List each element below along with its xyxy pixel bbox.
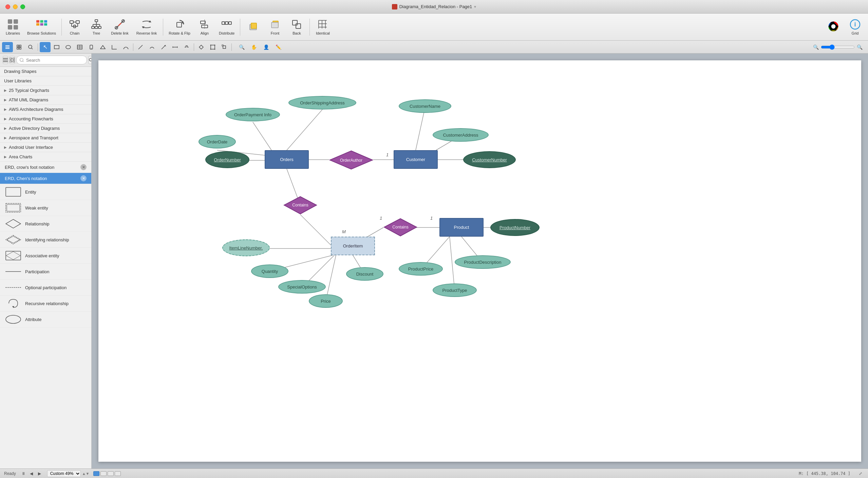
maximize-button[interactable] [20, 4, 25, 9]
canvas[interactable]: M 1 1 M 1 1 Orders Customer [98, 60, 861, 462]
color-button[interactable] [823, 15, 844, 39]
sidebar-list-view[interactable] [3, 56, 8, 64]
shape-tool-2[interactable] [109, 42, 120, 52]
attr-productnumber[interactable]: ProductNumber [490, 219, 540, 236]
sidebar-item-aerospace[interactable]: ▶ Aerospace and Transport [0, 133, 91, 143]
entity-product[interactable]: Product [439, 218, 484, 237]
library-erd-crows[interactable]: ERD, crow's foot notation ✕ [0, 162, 91, 173]
attr-ordershipping[interactable]: OrderShippingAddress [288, 96, 356, 109]
rotate-flip-button[interactable]: Rotate & Flip [166, 15, 193, 39]
attr-quantity[interactable]: Quantity [251, 264, 288, 278]
tree-button[interactable]: Tree [86, 15, 107, 39]
attr-customername[interactable]: CustomerName [399, 99, 451, 113]
ellipse-tool[interactable] [63, 42, 74, 52]
attr-orderpayment[interactable]: OrderPayment Info [226, 108, 280, 121]
attr-ordernumber[interactable]: OrderNumber [205, 151, 249, 168]
relationship-contains-1[interactable]: Contains [283, 196, 317, 215]
page-pause-button[interactable]: ⏸ [20, 470, 27, 477]
page-icon-4[interactable] [115, 471, 121, 476]
page-icon-1[interactable] [93, 471, 99, 476]
shape-attribute[interactable]: Attribute [0, 312, 91, 327]
attr-productdesc[interactable]: ProductDescription [455, 255, 511, 269]
attr-productprice[interactable]: ProductPrice [399, 262, 443, 276]
entity-orderitem[interactable]: OrderItem [331, 237, 375, 255]
canvas-area[interactable]: M 1 1 M 1 1 Orders Customer [92, 54, 868, 469]
relationship-contains-2[interactable]: Contains [383, 218, 417, 237]
zoom-slider[interactable] [821, 44, 855, 50]
attr-price[interactable]: Price [309, 294, 343, 308]
browse-solutions-button[interactable]: Browse Solutions [24, 15, 59, 39]
zoom-stepper[interactable]: ▲▼ [82, 472, 90, 476]
page-next-button[interactable]: ▶ [36, 470, 43, 477]
inspectors-button[interactable]: i Grid [845, 15, 865, 39]
page-prev-button[interactable]: ◀ [28, 470, 35, 477]
sidebar-item-drawing-shapes[interactable]: Drawing Shapes [0, 67, 91, 76]
minimize-button[interactable] [13, 4, 18, 9]
sidebar-item-area-charts[interactable]: ▶ Area Charts [0, 152, 91, 162]
line-tool-1[interactable] [135, 42, 146, 52]
library-close-active-button[interactable]: ✕ [80, 175, 87, 181]
shape-tool-3[interactable] [120, 42, 131, 52]
rect-tool[interactable] [51, 42, 62, 52]
delete-link-button[interactable]: Delete link [108, 15, 132, 39]
relationship-orderauthor[interactable]: OrderAuthor [329, 150, 373, 170]
zoom-select[interactable]: Custom 49% 25% 50% 75% 100% [47, 470, 81, 477]
search-input[interactable] [16, 56, 87, 64]
zoom-out-button[interactable]: 🔍 [236, 42, 247, 52]
line-tool-5[interactable] [181, 42, 192, 52]
resize-tool-1[interactable] [207, 42, 218, 52]
sidebar-item-25-typical[interactable]: ▶ 25 Typical Orgcharts [0, 86, 91, 95]
line-tool-2[interactable] [147, 42, 157, 52]
shape-entity[interactable]: Entity [0, 184, 91, 200]
shape-recursive-rel[interactable]: Recursive relationship [0, 296, 91, 312]
reverse-link-button[interactable]: Reverse link [133, 15, 160, 39]
line-tool-4[interactable] [170, 42, 181, 52]
shape-optional-participation[interactable]: Optional participation [0, 280, 91, 296]
attr-orderdate[interactable]: OrderDate [199, 135, 236, 148]
view-list-button[interactable] [2, 42, 13, 52]
sidebar-item-active-directory[interactable]: ▶ Active Directory Diagrams [0, 124, 91, 133]
back-button[interactable]: Front [265, 15, 285, 39]
shape-associative[interactable]: Associative entity [0, 248, 91, 264]
library-erd-chens[interactable]: ERD, Chen's notation ✕ [0, 173, 91, 184]
shape-weak-entity[interactable]: Weak entity [0, 200, 91, 216]
page-icon-3[interactable] [108, 471, 114, 476]
resize-tool-2[interactable] [219, 42, 230, 52]
align-button[interactable]: Align [194, 15, 215, 39]
grid-button[interactable]: Identical [313, 15, 333, 39]
pan-tool[interactable]: ✋ [248, 42, 259, 52]
zoom-out-icon[interactable]: 🔍 [813, 44, 819, 50]
search-button[interactable] [25, 42, 36, 52]
entity-orders[interactable]: Orders [265, 150, 309, 169]
view-grid-button[interactable] [14, 42, 24, 52]
line-tool-3[interactable] [158, 42, 169, 52]
distribute-button[interactable]: Distribute [216, 15, 237, 39]
pencil-tool[interactable]: ✏️ [273, 42, 284, 52]
select-tool[interactable]: ↖ [40, 42, 51, 52]
sidebar-item-accounting[interactable]: ▶ Accounting Flowcharts [0, 114, 91, 124]
attr-discount[interactable]: Discount [346, 267, 383, 281]
person-tool[interactable]: 👤 [261, 42, 271, 52]
shape-participation[interactable]: Participation [0, 264, 91, 280]
phone-tool[interactable] [86, 42, 97, 52]
shape-identifying-rel[interactable]: Identifying relationship [0, 232, 91, 248]
sidebar-item-android[interactable]: ▶ Android User Interface [0, 143, 91, 152]
table-tool[interactable] [74, 42, 85, 52]
shape-relationship[interactable]: Relationship [0, 216, 91, 232]
close-button[interactable] [5, 4, 10, 9]
shape-tool-1[interactable] [97, 42, 108, 52]
entity-customer[interactable]: Customer [394, 150, 438, 169]
sidebar-grid-view[interactable] [10, 56, 15, 64]
sidebar-item-aws[interactable]: ▶ AWS Architecture Diagrams [0, 105, 91, 114]
zoom-in-icon[interactable]: 🔍 [857, 44, 863, 50]
sidebar-item-atm-uml[interactable]: ▶ ATM UML Diagrams [0, 95, 91, 105]
sidebar-item-user-libraries[interactable]: User Libraries [0, 76, 91, 86]
attr-itemlinenumber[interactable]: ItemLineNumber. [222, 239, 270, 256]
library-close-button[interactable]: ✕ [80, 164, 87, 170]
attr-producttype[interactable]: ProductType [433, 283, 477, 297]
attr-customeraddress[interactable]: CustomerAddress [433, 128, 489, 142]
search-button-sidebar[interactable] [88, 56, 92, 64]
page-icon-2[interactable] [100, 471, 107, 476]
chain-button[interactable]: Chain [64, 15, 85, 39]
lasso-tool[interactable] [196, 42, 207, 52]
